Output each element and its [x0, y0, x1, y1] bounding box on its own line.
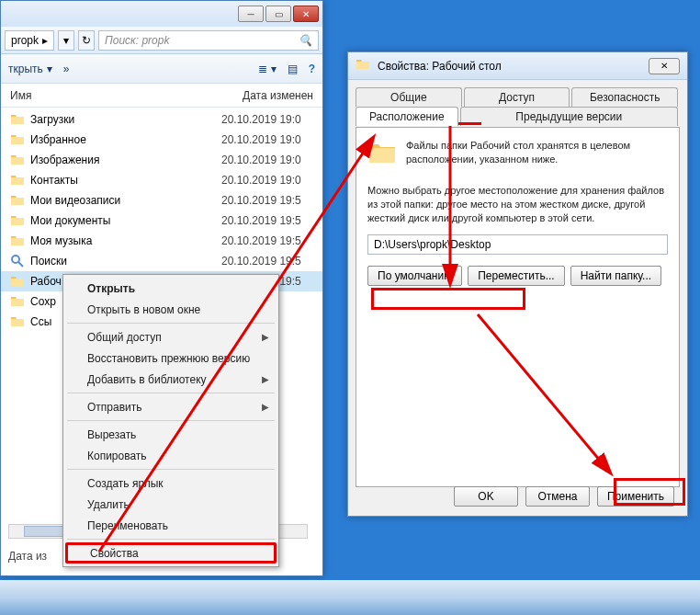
maximize-button[interactable]: ▭ — [265, 6, 291, 22]
location-description: Можно выбрать другое местоположение для … — [367, 184, 668, 225]
annotation-box-path — [371, 288, 525, 310]
cancel-button[interactable]: Отмена — [525, 486, 590, 507]
list-item[interactable]: Моя музыка20.10.2019 19:5 — [1, 231, 322, 251]
menu-separator — [67, 323, 275, 324]
item-date: 20.10.2019 19:5 — [221, 194, 313, 207]
submenu-arrow-icon: ▶ — [262, 402, 269, 412]
menu-item[interactable]: Открыть — [65, 278, 277, 299]
item-date: 20.10.2019 19:5 — [221, 255, 313, 268]
menu-separator — [67, 469, 275, 470]
path-input[interactable] — [367, 234, 668, 255]
status-bar: Дата из — [8, 550, 47, 563]
folder-info-text: Файлы папки Рабочий стол хранятся в целе… — [406, 139, 668, 166]
find-target-button[interactable]: Найти папку... — [570, 266, 661, 286]
chevron-down-icon: ▾ — [47, 63, 52, 75]
item-name: Мои документы — [30, 214, 216, 227]
column-name[interactable]: Имя — [10, 89, 243, 102]
folder-icon — [10, 254, 25, 268]
context-menu: ОткрытьОткрыть в новом окнеОбщий доступ▶… — [62, 274, 279, 567]
folder-icon — [10, 233, 25, 248]
preview-pane-button[interactable]: ▤ — [288, 63, 298, 75]
folder-icon — [10, 193, 25, 208]
menu-item[interactable]: Свойства — [65, 542, 277, 564]
chevron-right-icon: ▸ — [42, 34, 48, 47]
item-date: 20.10.2019 19:0 — [221, 154, 313, 166]
search-icon: 🔍 — [299, 34, 312, 47]
properties-dialog: Свойства: Рабочий стол ✕ ОбщиеДоступБезо… — [347, 51, 688, 517]
tab[interactable]: Доступ — [464, 87, 570, 107]
menu-item[interactable]: Открыть в новом окне — [65, 299, 277, 320]
item-date: 20.10.2019 19:0 — [221, 133, 313, 146]
item-date: 20.10.2019 19:0 — [221, 174, 313, 187]
list-item[interactable]: Мои видеозаписи20.10.2019 19:5 — [1, 190, 322, 211]
history-dropdown-button[interactable]: ▾ — [58, 30, 74, 51]
item-name: Контакты — [30, 174, 216, 187]
search-placeholder: Поиск: propk — [105, 34, 169, 47]
move-button[interactable]: Переместить... — [468, 266, 565, 286]
tab[interactable]: Общие — [356, 87, 462, 107]
item-date: 20.10.2019 19:5 — [221, 234, 313, 247]
folder-icon — [10, 213, 25, 228]
dialog-close-button[interactable]: ✕ — [649, 58, 680, 74]
menu-item[interactable]: Переименовать — [65, 515, 277, 536]
menu-separator — [67, 393, 275, 393]
menu-separator — [67, 539, 275, 540]
tab-location[interactable]: Расположение — [356, 107, 458, 126]
dialog-titlebar: Свойства: Рабочий стол ✕ — [348, 52, 687, 80]
list-item[interactable]: Поиски20.10.2019 19:5 — [1, 251, 322, 271]
item-name: Изображения — [30, 154, 216, 166]
item-date: 20.10.2019 19:5 — [221, 214, 313, 227]
column-date[interactable]: Дата изменен — [243, 89, 313, 102]
taskbar[interactable] — [0, 580, 700, 615]
explorer-toolbar: ткрыть ▾ » ≣ ▾ ▤ ? — [1, 54, 322, 84]
annotation-box-apply — [614, 478, 685, 506]
list-item[interactable]: Загрузки20.10.2019 19:0 — [1, 109, 322, 130]
folder-large-icon — [367, 139, 397, 171]
breadcrumb-label: propk — [11, 34, 39, 47]
search-input[interactable]: Поиск: propk 🔍 — [98, 30, 319, 51]
menu-item[interactable]: Копировать — [65, 445, 277, 466]
folder-icon — [10, 314, 25, 329]
breadcrumb[interactable]: propk ▸ — [5, 30, 54, 51]
refresh-button[interactable]: ↻ — [78, 30, 95, 51]
item-name: Моя музыка — [30, 234, 216, 247]
folder-icon — [10, 132, 25, 147]
view-options-button[interactable]: ≣ ▾ — [258, 63, 276, 75]
dialog-title: Свойства: Рабочий стол — [378, 60, 502, 73]
list-item[interactable]: Контакты20.10.2019 19:0 — [1, 170, 322, 190]
menu-item[interactable]: Общий доступ▶ — [65, 326, 277, 347]
toolbar-chevron[interactable]: » — [63, 63, 70, 75]
menu-item[interactable]: Восстановить прежнюю версию — [65, 347, 277, 369]
folder-icon — [10, 173, 25, 188]
explorer-titlebar: ─ ▭ ✕ — [1, 1, 322, 27]
menu-item[interactable]: Вырезать — [65, 424, 277, 445]
list-item[interactable]: Мои документы20.10.2019 19:5 — [1, 211, 322, 231]
submenu-arrow-icon: ▶ — [262, 332, 269, 342]
submenu-arrow-icon: ▶ — [262, 374, 269, 384]
tab[interactable]: Безопасность — [571, 87, 678, 107]
restore-default-button[interactable]: По умолчанию — [367, 266, 462, 286]
open-button[interactable]: ткрыть ▾ — [8, 63, 52, 75]
close-button[interactable]: ✕ — [293, 6, 319, 22]
menu-separator — [67, 420, 275, 421]
column-headers[interactable]: Имя Дата изменен — [1, 84, 322, 108]
minimize-button[interactable]: ─ — [238, 6, 264, 22]
ok-button[interactable]: OK — [454, 486, 518, 507]
menu-item[interactable]: Добавить в библиотеку▶ — [65, 369, 277, 390]
menu-item[interactable]: Удалить — [65, 494, 277, 515]
help-button[interactable]: ? — [309, 63, 315, 75]
list-item[interactable]: Избранное20.10.2019 19:0 — [1, 130, 322, 150]
menu-item[interactable]: Отправить▶ — [65, 396, 277, 417]
list-item[interactable]: Изображения20.10.2019 19:0 — [1, 150, 322, 170]
svg-point-0 — [12, 256, 19, 263]
tab-previous-versions[interactable]: Предыдущие версии — [460, 107, 678, 126]
folder-icon — [356, 57, 370, 74]
tab-strip: ОбщиеДоступБезопасность Расположение Пре… — [356, 87, 680, 128]
item-name: Поиски — [30, 255, 216, 268]
folder-icon — [10, 274, 25, 289]
menu-item[interactable]: Создать ярлык — [65, 473, 277, 494]
svg-line-1 — [18, 262, 23, 267]
address-bar: propk ▸ ▾ ↻ Поиск: propk 🔍 — [1, 27, 322, 54]
item-name: Избранное — [30, 133, 216, 146]
folder-icon — [10, 294, 25, 309]
